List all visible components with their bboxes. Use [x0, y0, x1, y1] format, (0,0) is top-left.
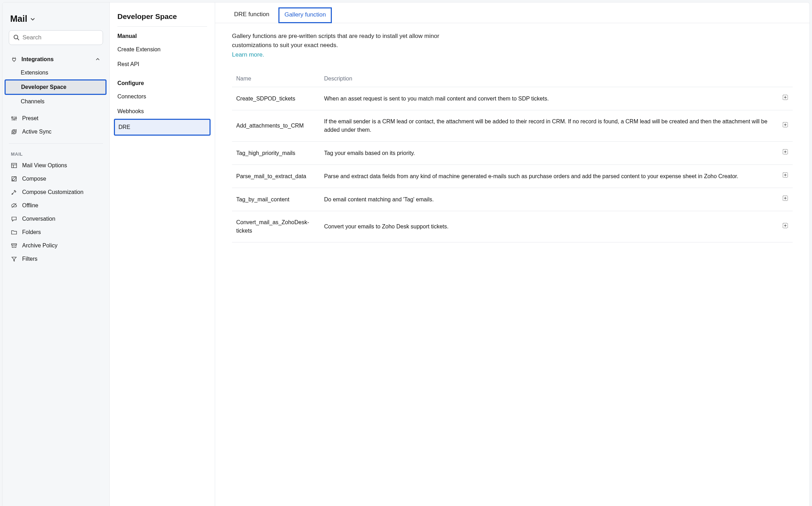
function-description: Convert your emails to Zoho Desk support… [320, 211, 777, 242]
archive-icon [11, 242, 17, 249]
function-description: If the email sender is a CRM lead or con… [320, 110, 777, 142]
svg-point-4 [15, 117, 17, 119]
sidebar: Mail Integrations Extensions [2, 2, 110, 506]
svg-rect-10 [12, 244, 17, 245]
intro-text: Gallery functions are pre-written script… [232, 33, 439, 48]
add-function-icon[interactable] [782, 122, 788, 128]
svg-line-1 [18, 39, 19, 40]
gallery-table-wrap: Name Description Create_SDPOD_ticketsWhe… [215, 64, 810, 506]
function-description: When an asset request is sent to you mat… [320, 87, 777, 110]
sidebar-divider [9, 143, 103, 144]
sidebar-title-label: Mail [10, 14, 27, 24]
sliders-icon [11, 115, 17, 122]
table-row: Parse_mail_to_extract_dataParse and extr… [232, 165, 793, 188]
sidebar-item-developer-space[interactable]: Developer Space [5, 79, 107, 95]
function-name: Tag_by_mail_content [232, 188, 320, 211]
sidebar-item-label: Preset [22, 115, 38, 122]
sidebar-item-label: Archive Policy [22, 242, 57, 249]
sidebar-title[interactable]: Mail [10, 14, 36, 24]
add-function-icon[interactable] [782, 94, 788, 100]
function-name: Convert_mail_as_ZohoDesk-tickets [232, 211, 320, 242]
app-root: Mail Integrations Extensions [2, 2, 810, 506]
add-function-icon[interactable] [782, 172, 788, 178]
sidebar-item-mail-view-options[interactable]: Mail View Options [9, 159, 103, 172]
sidebar-item-label: Compose Customization [22, 189, 83, 195]
sidebar-item-label: Active Sync [22, 129, 52, 135]
function-description: Do email content matching and 'Tag' emai… [320, 188, 777, 211]
mid-item-rest-api[interactable]: Rest API [114, 57, 211, 72]
col-action [777, 71, 793, 87]
search-input[interactable] [22, 34, 98, 41]
sidebar-item-label: Folders [22, 229, 41, 235]
intro-block: Gallery functions are pre-written script… [215, 23, 482, 64]
svg-rect-5 [12, 163, 17, 168]
cloud-off-icon [11, 202, 17, 209]
sidebar-item-conversation[interactable]: Conversation [9, 212, 103, 226]
sidebar-item-archive-policy[interactable]: Archive Policy [9, 239, 103, 252]
mid-item-create-extension[interactable]: Create Extension [114, 42, 211, 57]
sidebar-item-preset[interactable]: Preset [9, 112, 103, 125]
search-icon [13, 34, 20, 41]
svg-line-9 [12, 203, 17, 208]
sidebar-item-active-sync[interactable]: Active Sync [9, 125, 103, 138]
compose-icon [11, 176, 17, 182]
tab-bar: DRE function Gallery function [215, 2, 810, 23]
plug-icon [11, 56, 17, 63]
mid-item-webhooks[interactable]: Webhooks [114, 104, 211, 119]
search-input-wrap[interactable] [9, 30, 103, 45]
sidebar-item-extensions[interactable]: Extensions [9, 66, 103, 79]
svg-point-3 [13, 119, 15, 120]
mid-item-connectors[interactable]: Connectors [114, 89, 211, 104]
tab-gallery-function[interactable]: Gallery function [278, 7, 332, 23]
sidebar-item-label: Mail View Options [22, 162, 67, 169]
sidebar-item-channels[interactable]: Channels [9, 95, 103, 108]
layout-icon [11, 162, 17, 169]
col-name: Name [232, 71, 320, 87]
sidebar-item-label: Conversation [22, 216, 55, 222]
sync-icon [11, 129, 17, 135]
function-name: Parse_mail_to_extract_data [232, 165, 320, 188]
mid-panel: Developer Space Manual Create Extension … [110, 2, 215, 506]
function-name: Add_attachments_to_CRM [232, 110, 320, 142]
sidebar-item-folders[interactable]: Folders [9, 226, 103, 239]
sidebar-item-filters[interactable]: Filters [9, 252, 103, 266]
chat-icon [11, 216, 17, 222]
tab-dre-function[interactable]: DRE function [229, 7, 274, 23]
function-description: Parse and extract data fields from any k… [320, 165, 777, 188]
add-function-icon[interactable] [782, 195, 788, 201]
tools-icon [11, 189, 17, 195]
sidebar-integrations-header[interactable]: Integrations [9, 54, 103, 65]
learn-more-link[interactable]: Learn more. [232, 51, 264, 58]
function-description: Tag your emails based on its priority. [320, 142, 777, 165]
table-row: Create_SDPOD_ticketsWhen an asset reques… [232, 87, 793, 110]
sidebar-integrations-children: Extensions Developer Space Channels [9, 66, 103, 108]
sidebar-item-compose[interactable]: Compose [9, 172, 103, 186]
table-row: Convert_mail_as_ZohoDesk-ticketsConvert … [232, 211, 793, 242]
chevron-up-icon [95, 56, 101, 63]
function-name: Create_SDPOD_tickets [232, 87, 320, 110]
sidebar-item-offline[interactable]: Offline [9, 199, 103, 212]
table-row: Add_attachments_to_CRMIf the email sende… [232, 110, 793, 142]
add-function-icon[interactable] [782, 222, 788, 229]
folder-icon [11, 229, 17, 235]
svg-point-2 [12, 117, 13, 118]
table-row: Tag_high_priority_mailsTag your emails b… [232, 142, 793, 165]
table-row: Tag_by_mail_contentDo email content matc… [232, 188, 793, 211]
mid-section-configure: Configure [117, 80, 207, 86]
mid-title: Developer Space [117, 12, 207, 27]
sidebar-section-mail: MAIL [9, 149, 103, 159]
function-name: Tag_high_priority_mails [232, 142, 320, 165]
sidebar-integrations-label: Integrations [21, 56, 54, 63]
filter-icon [11, 256, 17, 262]
sidebar-item-label: Offline [22, 202, 38, 209]
svg-point-0 [14, 35, 18, 39]
chevron-down-icon [30, 16, 36, 22]
mid-section-manual: Manual [117, 33, 207, 39]
sidebar-item-compose-customization[interactable]: Compose Customization [9, 186, 103, 199]
mid-item-dre[interactable]: DRE [114, 119, 211, 136]
col-description: Description [320, 71, 777, 87]
sidebar-item-label: Compose [22, 176, 46, 182]
add-function-icon[interactable] [782, 149, 788, 155]
gallery-table: Name Description Create_SDPOD_ticketsWhe… [232, 71, 793, 242]
sidebar-item-label: Filters [22, 256, 38, 262]
